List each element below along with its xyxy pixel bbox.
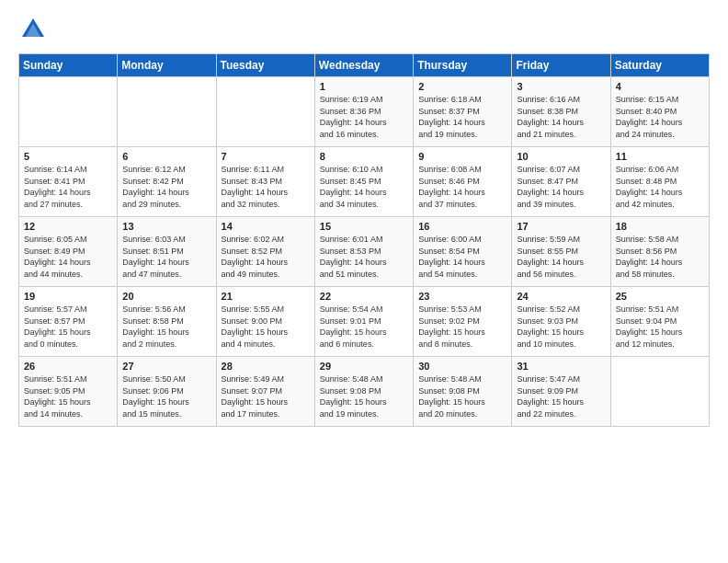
day-info: Sunrise: 6:18 AM Sunset: 8:37 PM Dayligh… (418, 94, 506, 140)
day-info: Sunrise: 5:50 AM Sunset: 9:06 PM Dayligh… (122, 373, 210, 419)
day-info: Sunrise: 5:58 AM Sunset: 8:56 PM Dayligh… (616, 234, 704, 280)
calendar-cell: 12Sunrise: 6:05 AM Sunset: 8:49 PM Dayli… (19, 217, 118, 287)
calendar-cell: 8Sunrise: 6:10 AM Sunset: 8:45 PM Daylig… (314, 147, 413, 217)
day-info: Sunrise: 5:57 AM Sunset: 8:57 PM Dayligh… (24, 304, 112, 350)
day-info: Sunrise: 5:53 AM Sunset: 9:02 PM Dayligh… (418, 304, 506, 350)
calendar-cell: 30Sunrise: 5:48 AM Sunset: 9:08 PM Dayli… (414, 357, 512, 427)
day-number: 27 (122, 361, 210, 372)
page-header (18, 15, 710, 44)
calendar-cell: 22Sunrise: 5:54 AM Sunset: 9:01 PM Dayli… (314, 287, 413, 357)
day-info: Sunrise: 5:52 AM Sunset: 9:03 PM Dayligh… (517, 304, 605, 350)
day-number: 23 (418, 291, 506, 302)
calendar-cell: 17Sunrise: 5:59 AM Sunset: 8:55 PM Dayli… (512, 217, 610, 287)
calendar-cell: 27Sunrise: 5:50 AM Sunset: 9:06 PM Dayli… (118, 357, 216, 427)
day-info: Sunrise: 6:05 AM Sunset: 8:49 PM Dayligh… (24, 234, 112, 280)
day-number: 18 (616, 221, 704, 232)
day-number: 31 (517, 361, 605, 372)
calendar-cell: 15Sunrise: 6:01 AM Sunset: 8:53 PM Dayli… (314, 217, 413, 287)
calendar-cell (610, 357, 709, 427)
calendar-cell (118, 77, 216, 147)
calendar-cell: 18Sunrise: 5:58 AM Sunset: 8:56 PM Dayli… (610, 217, 709, 287)
day-number: 7 (222, 151, 310, 162)
day-info: Sunrise: 6:19 AM Sunset: 8:36 PM Dayligh… (320, 94, 408, 140)
day-number: 12 (24, 221, 112, 232)
day-info: Sunrise: 6:01 AM Sunset: 8:53 PM Dayligh… (320, 234, 408, 280)
day-info: Sunrise: 5:48 AM Sunset: 9:08 PM Dayligh… (418, 373, 506, 419)
header-day-wednesday: Wednesday (314, 54, 413, 77)
day-info: Sunrise: 6:15 AM Sunset: 8:40 PM Dayligh… (616, 94, 704, 140)
day-number: 30 (418, 361, 506, 372)
day-number: 5 (24, 151, 112, 162)
day-info: Sunrise: 5:59 AM Sunset: 8:55 PM Dayligh… (517, 234, 605, 280)
calendar-cell: 26Sunrise: 5:51 AM Sunset: 9:05 PM Dayli… (19, 357, 118, 427)
logo (18, 15, 51, 44)
calendar-cell: 21Sunrise: 5:55 AM Sunset: 9:00 PM Dayli… (216, 287, 314, 357)
calendar-cell: 3Sunrise: 6:16 AM Sunset: 8:38 PM Daylig… (512, 77, 610, 147)
week-row-1: 1Sunrise: 6:19 AM Sunset: 8:36 PM Daylig… (19, 77, 710, 147)
calendar-cell (216, 77, 314, 147)
day-info: Sunrise: 5:47 AM Sunset: 9:09 PM Dayligh… (517, 373, 605, 419)
day-number: 1 (320, 81, 408, 92)
week-row-4: 19Sunrise: 5:57 AM Sunset: 8:57 PM Dayli… (19, 287, 710, 357)
day-info: Sunrise: 5:56 AM Sunset: 8:58 PM Dayligh… (122, 304, 210, 350)
day-number: 10 (517, 151, 605, 162)
day-number: 19 (24, 291, 112, 302)
day-info: Sunrise: 6:16 AM Sunset: 8:38 PM Dayligh… (517, 94, 605, 140)
header-day-thursday: Thursday (414, 54, 512, 77)
day-info: Sunrise: 5:49 AM Sunset: 9:07 PM Dayligh… (222, 373, 310, 419)
day-number: 28 (222, 361, 310, 372)
header-day-friday: Friday (512, 54, 610, 77)
calendar-page: SundayMondayTuesdayWednesdayThursdayFrid… (0, 0, 728, 563)
calendar-cell: 2Sunrise: 6:18 AM Sunset: 8:37 PM Daylig… (414, 77, 512, 147)
calendar-cell: 14Sunrise: 6:02 AM Sunset: 8:52 PM Dayli… (216, 217, 314, 287)
calendar-cell: 25Sunrise: 5:51 AM Sunset: 9:04 PM Dayli… (610, 287, 709, 357)
day-info: Sunrise: 6:14 AM Sunset: 8:41 PM Dayligh… (24, 164, 112, 210)
calendar-cell: 31Sunrise: 5:47 AM Sunset: 9:09 PM Dayli… (512, 357, 610, 427)
calendar-cell: 9Sunrise: 6:08 AM Sunset: 8:46 PM Daylig… (414, 147, 512, 217)
calendar-cell: 10Sunrise: 6:07 AM Sunset: 8:47 PM Dayli… (512, 147, 610, 217)
day-number: 15 (320, 221, 408, 232)
logo-icon (18, 15, 48, 44)
day-info: Sunrise: 5:48 AM Sunset: 9:08 PM Dayligh… (320, 373, 408, 419)
day-number: 17 (517, 221, 605, 232)
header-row: SundayMondayTuesdayWednesdayThursdayFrid… (19, 54, 710, 77)
day-info: Sunrise: 6:08 AM Sunset: 8:46 PM Dayligh… (418, 164, 506, 210)
day-number: 2 (418, 81, 506, 92)
day-info: Sunrise: 5:54 AM Sunset: 9:01 PM Dayligh… (320, 304, 408, 350)
header-day-monday: Monday (118, 54, 216, 77)
day-info: Sunrise: 6:03 AM Sunset: 8:51 PM Dayligh… (122, 234, 210, 280)
calendar-cell: 20Sunrise: 5:56 AM Sunset: 8:58 PM Dayli… (118, 287, 216, 357)
calendar-cell: 7Sunrise: 6:11 AM Sunset: 8:43 PM Daylig… (216, 147, 314, 217)
calendar-cell: 11Sunrise: 6:06 AM Sunset: 8:48 PM Dayli… (610, 147, 709, 217)
calendar-cell: 13Sunrise: 6:03 AM Sunset: 8:51 PM Dayli… (118, 217, 216, 287)
calendar-cell: 24Sunrise: 5:52 AM Sunset: 9:03 PM Dayli… (512, 287, 610, 357)
day-number: 22 (320, 291, 408, 302)
day-info: Sunrise: 6:02 AM Sunset: 8:52 PM Dayligh… (222, 234, 310, 280)
day-info: Sunrise: 6:12 AM Sunset: 8:42 PM Dayligh… (122, 164, 210, 210)
day-number: 21 (222, 291, 310, 302)
calendar-cell: 1Sunrise: 6:19 AM Sunset: 8:36 PM Daylig… (314, 77, 413, 147)
day-number: 24 (517, 291, 605, 302)
day-number: 16 (418, 221, 506, 232)
header-day-tuesday: Tuesday (216, 54, 314, 77)
day-number: 26 (24, 361, 112, 372)
header-day-sunday: Sunday (19, 54, 118, 77)
day-number: 3 (517, 81, 605, 92)
day-number: 29 (320, 361, 408, 372)
day-info: Sunrise: 6:07 AM Sunset: 8:47 PM Dayligh… (517, 164, 605, 210)
day-info: Sunrise: 6:11 AM Sunset: 8:43 PM Dayligh… (222, 164, 310, 210)
day-number: 20 (122, 291, 210, 302)
calendar-cell (19, 77, 118, 147)
day-info: Sunrise: 5:51 AM Sunset: 9:05 PM Dayligh… (24, 373, 112, 419)
calendar-cell: 16Sunrise: 6:00 AM Sunset: 8:54 PM Dayli… (414, 217, 512, 287)
day-info: Sunrise: 6:06 AM Sunset: 8:48 PM Dayligh… (616, 164, 704, 210)
calendar-table: SundayMondayTuesdayWednesdayThursdayFrid… (18, 53, 710, 427)
day-number: 13 (122, 221, 210, 232)
calendar-cell: 29Sunrise: 5:48 AM Sunset: 9:08 PM Dayli… (314, 357, 413, 427)
day-number: 6 (122, 151, 210, 162)
calendar-cell: 19Sunrise: 5:57 AM Sunset: 8:57 PM Dayli… (19, 287, 118, 357)
day-number: 8 (320, 151, 408, 162)
calendar-cell: 28Sunrise: 5:49 AM Sunset: 9:07 PM Dayli… (216, 357, 314, 427)
calendar-cell: 6Sunrise: 6:12 AM Sunset: 8:42 PM Daylig… (118, 147, 216, 217)
day-number: 11 (616, 151, 704, 162)
